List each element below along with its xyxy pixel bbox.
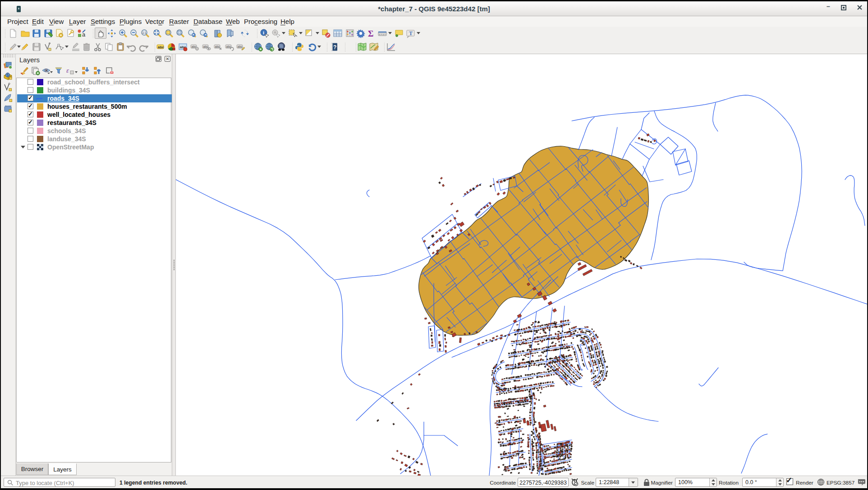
svg-text:Σ: Σ [368, 29, 373, 38]
svg-text:i: i [263, 30, 264, 35]
svg-text:abc: abc [226, 45, 232, 48]
svg-text:?: ? [333, 44, 336, 51]
svg-text:ε: ε [66, 67, 69, 74]
svg-text:abc: abc [158, 45, 164, 49]
svg-text:abc: abc [238, 45, 243, 48]
svg-text:1:1: 1:1 [142, 31, 147, 34]
svg-text:T: T [409, 30, 413, 37]
svg-text:abc: abc [215, 45, 220, 48]
